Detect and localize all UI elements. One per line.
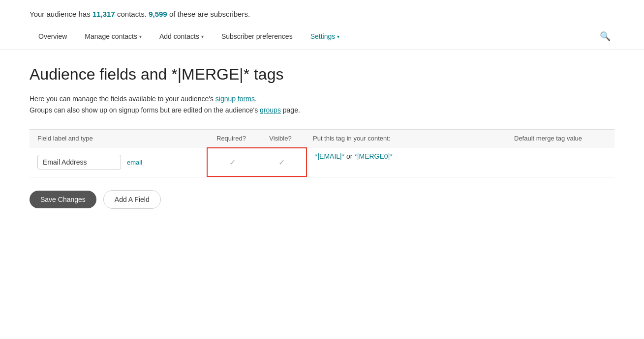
search-icon[interactable]: 🔍 (596, 23, 614, 50)
description-middle: contacts. (117, 10, 149, 18)
nav-label-add-contacts: Add contacts (159, 32, 199, 40)
col-header-visible: Visible? (256, 130, 305, 147)
main-content: Audience fields and *|MERGE|* tags Here … (0, 50, 644, 228)
row-visible-cell: ✓ (257, 153, 306, 172)
contacts-count: 11,317 (92, 10, 115, 18)
row-tag-cell: *|EMAIL|* or *|MERGE0|* (307, 147, 506, 177)
groups-link[interactable]: groups (260, 106, 281, 114)
col-header-required: Required? (207, 130, 256, 147)
nav-item-settings[interactable]: Settings ▾ (302, 25, 349, 48)
nav-label-overview: Overview (38, 32, 67, 40)
fields-table: Field label and type Required? Visible? … (30, 129, 614, 177)
desc-line3: Groups can also show up on signup forms … (30, 106, 260, 114)
chevron-down-icon: ▾ (337, 34, 339, 39)
email-field[interactable] (37, 155, 121, 170)
nav-item-manage-contacts[interactable]: Manage contacts ▾ (76, 25, 151, 48)
highlighted-section: ✓ ✓ (207, 147, 307, 177)
subscribers-count: 9,599 (149, 10, 167, 18)
nav-item-subscriber-preferences[interactable]: Subscriber preferences (213, 25, 302, 48)
button-row: Save Changes Add A Field (30, 190, 614, 209)
nav-label-subscriber-preferences: Subscriber preferences (221, 32, 293, 40)
field-type-label: email (127, 159, 142, 166)
desc-period: . (255, 95, 257, 103)
required-check-icon: ✓ (229, 158, 236, 167)
table-row: email ✓ ✓ *|EMAIL|* or *|MERGE0|* (30, 147, 614, 177)
row-field-cell: email (30, 147, 207, 177)
signup-forms-link[interactable]: signup forms (215, 95, 255, 103)
add-field-button[interactable]: Add A Field (103, 190, 161, 209)
tag-or: or (346, 152, 354, 160)
save-changes-button[interactable]: Save Changes (30, 191, 96, 208)
desc-line4: page. (281, 106, 300, 114)
table-header: Field label and type Required? Visible? … (30, 129, 614, 147)
col-header-default: Default merge tag value (506, 130, 614, 147)
visible-check-icon: ✓ (278, 158, 285, 167)
nav-label-manage-contacts: Manage contacts (85, 32, 137, 40)
col-header-tag: Put this tag in your content: (305, 130, 506, 147)
row-required-cell: ✓ (208, 153, 257, 172)
description: Here you can manage the fields available… (30, 93, 614, 115)
nav-label-settings: Settings (310, 32, 336, 40)
tag-merge: *|MERGE0|* (354, 152, 392, 160)
desc-line1: Here you can manage the fields available… (30, 95, 215, 103)
chevron-down-icon: ▾ (139, 34, 142, 39)
nav-bar: Overview Manage contacts ▾ Add contacts … (0, 23, 644, 50)
chevron-down-icon: ▾ (201, 34, 204, 39)
top-bar: Your audience has 11,317 contacts. 9,599… (0, 0, 644, 23)
description-prefix: Your audience has (30, 10, 92, 18)
page-title: Audience fields and *|MERGE|* tags (30, 65, 614, 84)
description-suffix: of these are subscribers. (169, 10, 250, 18)
row-default-cell (506, 147, 614, 177)
col-header-field: Field label and type (30, 130, 207, 147)
nav-item-overview[interactable]: Overview (30, 25, 76, 48)
nav-item-add-contacts[interactable]: Add contacts ▾ (151, 25, 213, 48)
tag-email: *|EMAIL|* (315, 152, 344, 160)
